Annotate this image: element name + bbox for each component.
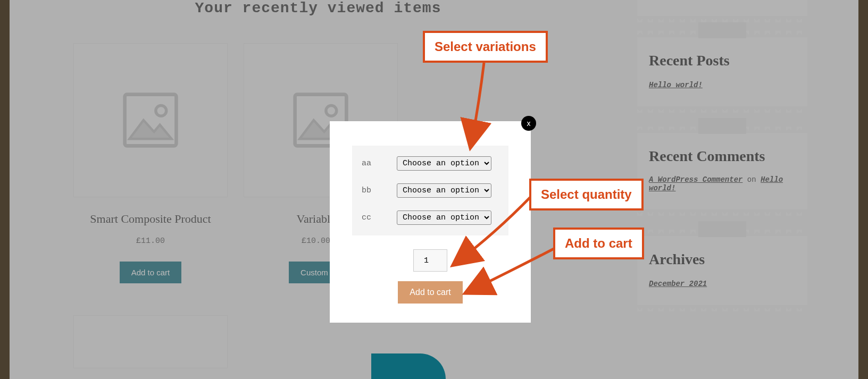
widget-title: Archives (649, 251, 796, 268)
svg-rect-6 (698, 221, 746, 237)
variation-row: aa Choose an option (352, 150, 508, 177)
widget-stub (637, 0, 807, 16)
variation-label: aa (362, 159, 397, 168)
product-card-partial[interactable] (73, 315, 228, 368)
recent-comment-item: A WordPress Commenter on Hello world! (649, 175, 796, 192)
variations-table: aa Choose an option bb Choose an option … (352, 146, 508, 235)
callout-add-to-cart: Add to cart (553, 228, 644, 259)
quantity-stepper[interactable] (413, 249, 447, 272)
recent-posts-widget: Recent Posts Hello world! (637, 37, 807, 106)
recent-post-link[interactable]: Hello world! (649, 81, 703, 89)
commenter-link[interactable]: A WordPress Commenter (649, 175, 742, 184)
recent-comments-widget: Recent Comments A WordPress Commenter on… (637, 133, 807, 209)
callout-quantity: Select quantity (529, 179, 644, 210)
modal-add-to-cart-button[interactable]: Add to cart (398, 281, 462, 304)
variation-select-aa[interactable]: Choose an option (397, 156, 491, 171)
variation-label: bb (362, 186, 397, 195)
on-text: on (742, 175, 761, 184)
tape-icon (698, 221, 746, 237)
variation-modal: x aa Choose an option bb Choose an optio… (330, 121, 531, 323)
svg-rect-4 (698, 22, 746, 38)
add-to-cart-button[interactable]: Add to cart (120, 262, 182, 283)
section-title: Your recently viewed items (73, 0, 563, 16)
callout-variations: Select variations (423, 31, 548, 63)
product-image-placeholder[interactable] (73, 43, 228, 197)
variation-row: bb Choose an option (352, 177, 508, 204)
variation-row: cc Choose an option (352, 204, 508, 231)
variation-select-cc[interactable]: Choose an option (397, 210, 491, 225)
close-button[interactable]: x (521, 116, 536, 131)
product-card[interactable]: Smart Composite Product £11.00 Add to ca… (73, 43, 228, 283)
tape-icon (698, 22, 746, 38)
tape-icon (698, 118, 746, 134)
variation-select-bb[interactable]: Choose an option (397, 183, 491, 198)
svg-point-1 (156, 106, 166, 116)
widget-title: Recent Comments (649, 148, 796, 165)
archives-widget: Archives December 2021 (637, 236, 807, 305)
sidebar: Recent Posts Hello world! Recent Comment… (637, 0, 807, 326)
quantity-wrap (352, 249, 508, 272)
svg-rect-5 (698, 118, 746, 134)
svg-point-3 (326, 106, 337, 116)
variation-label: cc (362, 213, 397, 222)
widget-title: Recent Posts (649, 52, 796, 69)
product-name: Smart Composite Product (73, 212, 228, 226)
product-price: £11.00 (73, 237, 228, 246)
archive-link[interactable]: December 2021 (649, 280, 707, 288)
image-placeholder-icon (121, 91, 180, 149)
